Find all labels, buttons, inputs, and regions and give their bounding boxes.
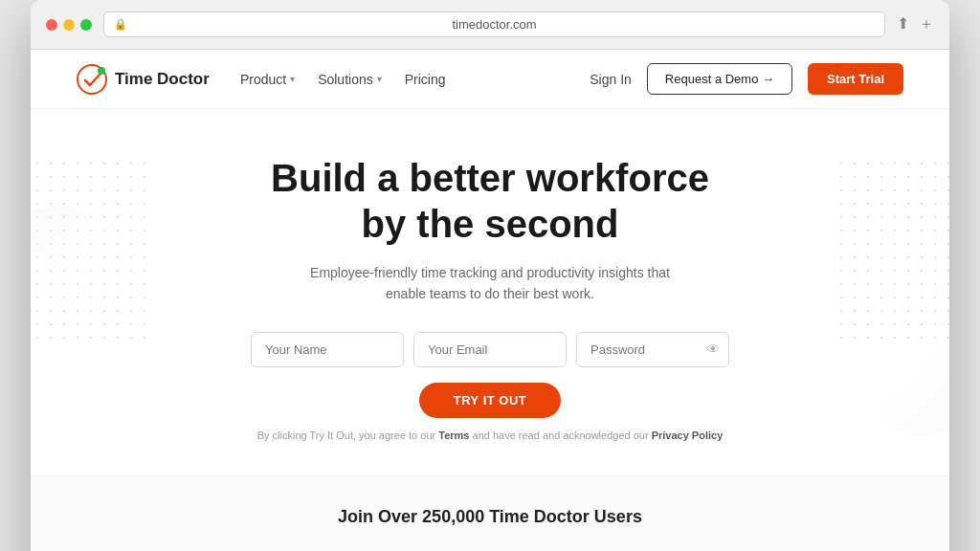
terms-link[interactable]: Terms [438, 430, 469, 441]
sign-in-link[interactable]: Sign In [590, 72, 632, 87]
url-text: timedoctor.com [452, 17, 536, 32]
share-icon[interactable]: ⬆ [897, 14, 909, 34]
hero-title: Build a better workforce by the second [54, 155, 926, 247]
hero-subtitle: Employee-friendly time tracking and prod… [299, 262, 681, 305]
eye-icon[interactable]: 👁 [706, 342, 720, 357]
email-input[interactable] [413, 332, 567, 367]
maximize-button[interactable] [80, 19, 92, 31]
nav-product[interactable]: Product ▾ [240, 72, 295, 87]
nav-solutions[interactable]: Solutions ▾ [318, 72, 382, 87]
terms-text: By clicking Try It Out, you agree to our… [54, 430, 926, 441]
lock-icon: 🔒 [114, 18, 127, 31]
browser-actions: ⬆ ＋ [897, 14, 934, 34]
svg-point-1 [98, 67, 105, 75]
minimize-button[interactable] [63, 19, 75, 31]
logo[interactable]: Time Doctor [77, 64, 210, 95]
navbar: Time Doctor Product ▾ Solutions ▾ Pricin… [31, 50, 949, 109]
password-field-wrapper: 👁 [576, 332, 729, 367]
traffic-lights [46, 19, 92, 31]
logo-text: Time Doctor [115, 70, 210, 89]
signup-form: 👁 [54, 332, 926, 367]
nav-right: Sign In Request a Demo → Start Trial [590, 63, 903, 95]
chevron-down-icon: ▾ [377, 74, 382, 84]
browser-window: 🔒 timedoctor.com ⬆ ＋ Time Doctor Product [31, 0, 949, 551]
start-trial-button[interactable]: Start Trial [808, 63, 903, 95]
logos-section-title: Join Over 250,000 Time Doctor Users [77, 507, 903, 527]
hero-section: Build a better workforce by the second E… [31, 109, 949, 475]
close-button[interactable] [46, 19, 57, 31]
nav-pricing[interactable]: Pricing [405, 72, 446, 87]
chevron-down-icon: ▾ [290, 74, 295, 84]
request-demo-button[interactable]: Request a Demo → [647, 63, 792, 95]
privacy-link[interactable]: Privacy Policy [652, 430, 724, 441]
name-input[interactable] [251, 332, 404, 367]
logo-icon [77, 64, 107, 95]
address-bar[interactable]: 🔒 timedoctor.com [103, 11, 885, 37]
browser-chrome: 🔒 timedoctor.com ⬆ ＋ [31, 0, 949, 50]
new-tab-icon[interactable]: ＋ [919, 14, 934, 34]
logos-section: Join Over 250,000 Time Doctor Users Boos… [31, 475, 949, 551]
nav-links: Product ▾ Solutions ▾ Pricing [240, 72, 559, 87]
page-content: Time Doctor Product ▾ Solutions ▾ Pricin… [31, 50, 949, 551]
try-it-out-button[interactable]: TRY IT OUT [419, 383, 562, 418]
